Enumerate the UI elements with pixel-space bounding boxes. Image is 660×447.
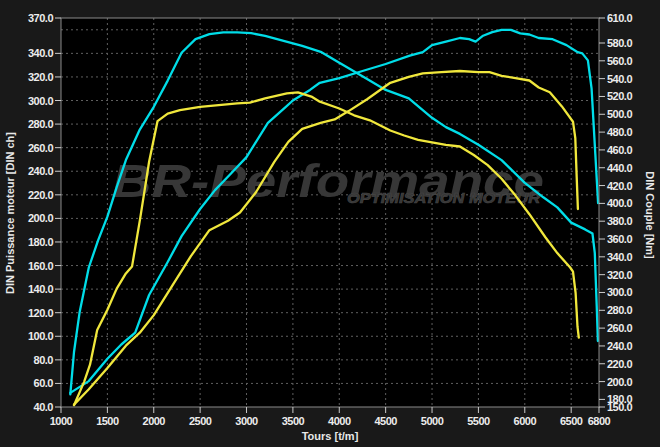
x-axis-title: Tours [t/m] [302,430,359,442]
y-right-tick-label: 320.0 [607,269,632,281]
y-left-tick-label: 340.0 [28,47,53,59]
y-left-tick-label: 300.0 [28,95,53,107]
y-right-tick-label: 610.0 [607,12,632,24]
x-tick-label: 1000 [50,415,73,427]
y-left-tick-label: 80.0 [34,354,54,366]
y-right-tick-label: 260.0 [607,322,632,334]
y-right-tick-label: 400.0 [607,197,632,209]
y-right-tick-label: 560.0 [607,55,632,67]
y-left-tick-label: 140.0 [28,283,53,295]
x-tick-label: 2000 [143,415,166,427]
x-tick-label: 5500 [467,415,490,427]
y-right-tick-label: 150.0 [607,401,632,413]
y-right-axis-title: DIN Couple [Nm] [644,171,656,259]
y-right-tick-label: 340.0 [607,251,632,263]
x-tick-label: 3000 [235,415,258,427]
y-left-tick-label: 280.0 [28,118,53,130]
y-right-tick-label: 540.0 [607,73,632,85]
x-tick-label: 4000 [328,415,351,427]
y-left-tick-label: 220.0 [28,189,53,201]
y-left-tick-label: 370.0 [28,12,53,24]
y-left-tick-label: 120.0 [28,307,53,319]
y-right-tick-label: 580.0 [607,37,632,49]
y-right-tick-label: 240.0 [607,340,632,352]
y-right-tick-label: 420.0 [607,180,632,192]
y-right-tick-label: 220.0 [607,358,632,370]
y-right-tick-label: 360.0 [607,233,632,245]
y-left-axis-title: DIN Puissance moteur [DIN ch] [4,132,16,294]
y-left-tick-label: 40.0 [34,401,54,413]
x-tick-label: 4500 [374,415,397,427]
y-left-tick-label: 160.0 [28,260,53,272]
x-tick-label: 6500 [560,415,583,427]
y-right-tick-label: 480.0 [607,126,632,138]
y-left-tick-label: 240.0 [28,165,53,177]
x-tick-label: 6800 [588,415,611,427]
y-right-tick-label: 380.0 [607,215,632,227]
y-left-tick-label: 100.0 [28,330,53,342]
y-right-tick-label: 520.0 [607,90,632,102]
y-right-tick-label: 300.0 [607,286,632,298]
dyno-chart-window: BR-Performance OPTIMISATION MOTEUR 370.0… [0,0,660,447]
x-tick-label: 6000 [514,415,537,427]
x-tick-label: 1500 [96,415,119,427]
y-right-tick-label: 440.0 [607,162,632,174]
x-tick-label: 3500 [282,415,305,427]
y-left-tick-label: 260.0 [28,142,53,154]
y-right-tick-label: 280.0 [607,304,632,316]
y-right-tick-label: 460.0 [607,144,632,156]
x-tick-label: 2500 [189,415,212,427]
y-left-tick-label: 320.0 [28,71,53,83]
y-left-tick-label: 60.0 [34,377,54,389]
y-right-tick-label: 500.0 [607,108,632,120]
y-left-tick-label: 200.0 [28,212,53,224]
dyno-chart: BR-Performance OPTIMISATION MOTEUR 370.0… [0,0,660,447]
y-right-tick-label: 200.0 [607,376,632,388]
y-left-tick-label: 180.0 [28,236,53,248]
x-tick-label: 5000 [421,415,444,427]
